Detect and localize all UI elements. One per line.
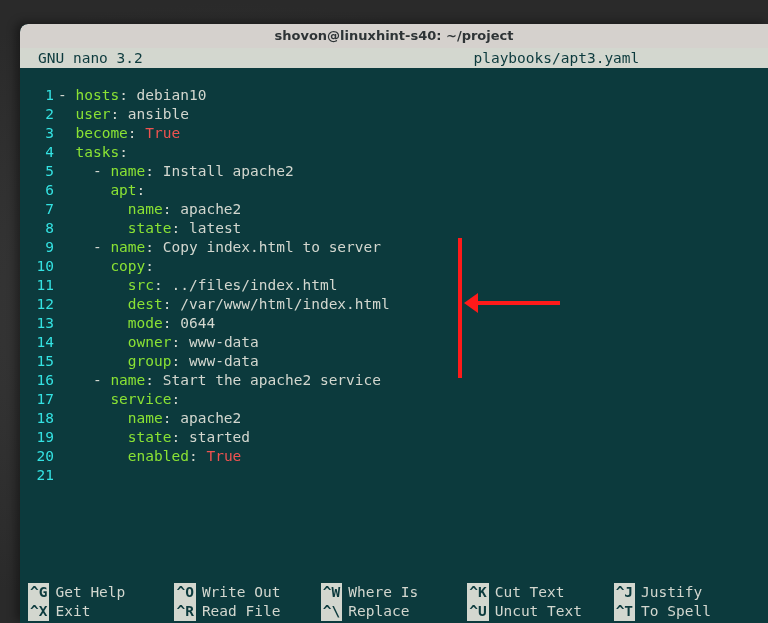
- line-number-gutter: 123456789101112131415161718192021: [20, 86, 58, 485]
- svg-marker-2: [464, 293, 478, 313]
- menu-key: ^R: [174, 602, 195, 621]
- line-number: 11: [20, 276, 54, 295]
- line-number: 14: [20, 333, 54, 352]
- code-line[interactable]: state: latest: [58, 219, 390, 238]
- menu-key: ^T: [614, 602, 635, 621]
- menu-item[interactable]: ^JJustify: [614, 583, 760, 602]
- menu-key: ^U: [467, 602, 488, 621]
- menu-label: Where Is: [348, 583, 418, 602]
- code-content[interactable]: - hosts: debian10 user: ansible become: …: [58, 86, 390, 485]
- annotation-arrow-icon: [420, 238, 580, 388]
- nano-filename: playbooks/apt3.yaml: [143, 48, 760, 68]
- menu-item[interactable]: ^KCut Text: [467, 583, 613, 602]
- code-line[interactable]: tasks:: [58, 143, 390, 162]
- window-titlebar[interactable]: shovon@linuxhint-s40: ~/project: [20, 24, 768, 48]
- code-line[interactable]: name: apache2: [58, 409, 390, 428]
- code-line[interactable]: src: ../files/index.html: [58, 276, 390, 295]
- line-number: 7: [20, 200, 54, 219]
- line-number: 6: [20, 181, 54, 200]
- nano-version: GNU nano 3.2: [38, 48, 143, 68]
- code-line[interactable]: - name: Start the apache2 service: [58, 371, 390, 390]
- code-line[interactable]: copy:: [58, 257, 390, 276]
- line-number: 16: [20, 371, 54, 390]
- code-line[interactable]: state: started: [58, 428, 390, 447]
- code-line[interactable]: group: www-data: [58, 352, 390, 371]
- line-number: 15: [20, 352, 54, 371]
- nano-header: GNU nano 3.2 playbooks/apt3.yaml: [20, 48, 768, 68]
- menu-item[interactable]: ^WWhere Is: [321, 583, 467, 602]
- code-line[interactable]: - name: Install apache2: [58, 162, 390, 181]
- line-number: 5: [20, 162, 54, 181]
- line-number: 18: [20, 409, 54, 428]
- menu-item[interactable]: ^RRead File: [174, 602, 320, 621]
- nano-shortcut-menu: ^GGet Help^OWrite Out^WWhere Is^KCut Tex…: [20, 583, 768, 623]
- line-number: 13: [20, 314, 54, 333]
- code-line[interactable]: [58, 466, 390, 485]
- code-line[interactable]: owner: www-data: [58, 333, 390, 352]
- menu-label: Exit: [55, 602, 90, 621]
- menu-label: Write Out: [202, 583, 281, 602]
- menu-item[interactable]: ^XExit: [28, 602, 174, 621]
- menu-label: To Spell: [641, 602, 711, 621]
- menu-row: ^GGet Help^OWrite Out^WWhere Is^KCut Tex…: [28, 583, 760, 602]
- code-line[interactable]: dest: /var/www/html/index.html: [58, 295, 390, 314]
- editor-area[interactable]: 123456789101112131415161718192021 - host…: [20, 68, 768, 485]
- menu-label: Read File: [202, 602, 281, 621]
- menu-row: ^XExit^RRead File^\Replace^UUncut Text^T…: [28, 602, 760, 621]
- menu-key: ^X: [28, 602, 49, 621]
- line-number: 12: [20, 295, 54, 314]
- line-number: 3: [20, 124, 54, 143]
- code-line[interactable]: - name: Copy index.html to server: [58, 238, 390, 257]
- menu-item[interactable]: ^UUncut Text: [467, 602, 613, 621]
- terminal-window: shovon@linuxhint-s40: ~/project GNU nano…: [20, 24, 768, 623]
- menu-key: ^W: [321, 583, 342, 602]
- line-number: 9: [20, 238, 54, 257]
- menu-key: ^J: [614, 583, 635, 602]
- code-line[interactable]: service:: [58, 390, 390, 409]
- code-line[interactable]: user: ansible: [58, 105, 390, 124]
- line-number: 1: [20, 86, 54, 105]
- code-line[interactable]: apt:: [58, 181, 390, 200]
- code-line[interactable]: enabled: True: [58, 447, 390, 466]
- code-line[interactable]: - hosts: debian10: [58, 86, 390, 105]
- line-number: 17: [20, 390, 54, 409]
- menu-item[interactable]: ^\Replace: [321, 602, 467, 621]
- line-number: 4: [20, 143, 54, 162]
- menu-key: ^\: [321, 602, 342, 621]
- line-number: 20: [20, 447, 54, 466]
- menu-label: Cut Text: [495, 583, 565, 602]
- menu-key: ^G: [28, 583, 49, 602]
- menu-item[interactable]: ^TTo Spell: [614, 602, 760, 621]
- code-line[interactable]: name: apache2: [58, 200, 390, 219]
- menu-item[interactable]: ^OWrite Out: [174, 583, 320, 602]
- menu-key: ^K: [467, 583, 488, 602]
- line-number: 2: [20, 105, 54, 124]
- menu-label: Uncut Text: [495, 602, 582, 621]
- menu-item[interactable]: ^GGet Help: [28, 583, 174, 602]
- menu-label: Justify: [641, 583, 702, 602]
- menu-label: Get Help: [55, 583, 125, 602]
- menu-key: ^O: [174, 583, 195, 602]
- line-number: 21: [20, 466, 54, 485]
- menu-label: Replace: [348, 602, 409, 621]
- line-number: 10: [20, 257, 54, 276]
- line-number: 8: [20, 219, 54, 238]
- line-number: 19: [20, 428, 54, 447]
- code-line[interactable]: mode: 0644: [58, 314, 390, 333]
- window-title: shovon@linuxhint-s40: ~/project: [274, 28, 513, 43]
- code-line[interactable]: become: True: [58, 124, 390, 143]
